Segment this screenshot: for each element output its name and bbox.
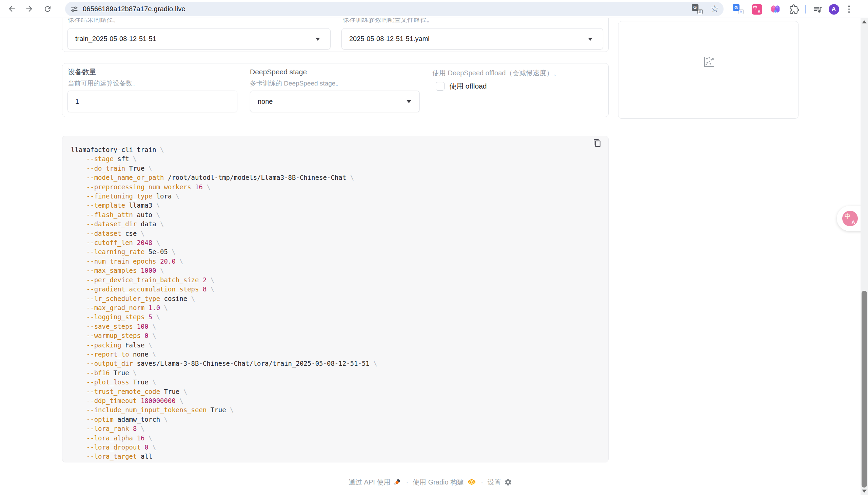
copy-icon[interactable] bbox=[593, 139, 602, 147]
scatter-chart-icon bbox=[701, 54, 717, 70]
brain-extension-icon[interactable] bbox=[769, 3, 782, 16]
code-line: --per_device_train_batch_size 2 \ bbox=[71, 275, 377, 285]
device-count-label: 设备数量 bbox=[68, 67, 96, 77]
code-line: --flash_attn auto \ bbox=[71, 210, 377, 220]
code-line: --logging_steps 5 \ bbox=[71, 312, 377, 322]
code-line: --dataset cse \ bbox=[71, 229, 377, 238]
built-with-gradio-link[interactable]: 使用 Gradio 构建 bbox=[413, 478, 476, 487]
code-line: --lr_scheduler_type cosine \ bbox=[71, 294, 377, 303]
device-count-info: 当前可用的运算设备数。 bbox=[68, 79, 139, 88]
device-count-input[interactable]: 1 bbox=[68, 90, 237, 112]
code-line: --report_to none \ bbox=[71, 350, 377, 359]
gear-icon bbox=[504, 478, 512, 486]
code-line: --model_name_or_path /root/autodl-tmp/mo… bbox=[71, 173, 377, 182]
translate-extension-icon[interactable]: 文 G bbox=[732, 3, 745, 16]
deepspeed-stage-value: none bbox=[258, 98, 273, 105]
gradio-logo-icon bbox=[467, 478, 476, 486]
deepspeed-stage-info: 多卡训练的 DeepSpeed stage。 bbox=[250, 79, 342, 88]
code-line: --bf16 True \ bbox=[71, 369, 377, 378]
code-line: --lora_alpha 16 \ bbox=[71, 433, 377, 443]
code-line: --finetuning_type lora \ bbox=[71, 192, 377, 201]
reload-button[interactable] bbox=[41, 3, 54, 15]
reload-icon bbox=[43, 5, 52, 13]
code-line: --dataset_dir data \ bbox=[71, 220, 377, 229]
code-line: --lora_dropout 0 \ bbox=[71, 443, 377, 452]
settings-link[interactable]: 设置 bbox=[488, 478, 512, 487]
chevron-down-icon[interactable] bbox=[588, 38, 593, 41]
browser-menu-icon[interactable] bbox=[844, 3, 854, 16]
scroll-up-arrow[interactable] bbox=[862, 20, 867, 23]
code-line: --include_num_input_tokens_seen True \ bbox=[71, 406, 377, 414]
scroll-down-arrow[interactable] bbox=[862, 490, 867, 493]
chevron-down-icon[interactable] bbox=[315, 38, 320, 41]
code-line: --output_dir saves/Llama-3-8B-Chinese-Ch… bbox=[71, 359, 377, 368]
site-info-icon[interactable] bbox=[71, 5, 78, 13]
code-line: --stage sft \ bbox=[71, 154, 377, 164]
code-line: --template llama3 \ bbox=[71, 201, 377, 210]
code-line: --warmup_steps 0 \ bbox=[71, 331, 377, 340]
device-count-value: 1 bbox=[75, 98, 79, 105]
offload-checkbox[interactable] bbox=[436, 82, 444, 90]
forward-icon bbox=[25, 4, 34, 13]
code-line: --gradient_accumulation_steps 8 \ bbox=[71, 285, 377, 294]
playlist-extension-icon[interactable] bbox=[811, 3, 824, 16]
code-line: --optim adamw_torch \ bbox=[71, 415, 377, 424]
deepspeed-stage-dropdown[interactable]: none bbox=[250, 90, 420, 112]
chevron-down-icon[interactable] bbox=[407, 100, 411, 103]
profile-avatar[interactable]: A bbox=[827, 3, 840, 16]
code-line: --cutoff_len 2048 \ bbox=[71, 238, 377, 248]
browser-toolbar: 06566189a12b87a17e.gradio.live G 文 ☆ 文 G… bbox=[0, 0, 868, 18]
config-path-dropdown[interactable]: 2025-05-08-12-51-51.yaml bbox=[341, 28, 603, 50]
code-block[interactable]: llamafactory-cli train \ --stage sft \ -… bbox=[71, 145, 377, 461]
code-line: --plot_loss True \ bbox=[71, 378, 377, 387]
immersive-translate-extension-icon[interactable]: 中 A bbox=[750, 3, 763, 16]
code-line: --do_train True \ bbox=[71, 164, 377, 173]
forward-button[interactable] bbox=[23, 3, 35, 15]
code-line: --max_samples 1000 \ bbox=[71, 266, 377, 275]
offload-label: 使用 DeepSpeed offload（会减慢速度）。 bbox=[432, 69, 560, 78]
deepspeed-stage-label: DeepSpeed stage bbox=[250, 67, 307, 77]
code-line: --save_steps 100 \ bbox=[71, 322, 377, 331]
code-line: --ddp_timeout 180000000 \ bbox=[71, 396, 377, 406]
loss-chart-panel bbox=[618, 21, 798, 119]
bookmark-star-icon[interactable]: ☆ bbox=[711, 4, 719, 14]
scrollbar-thumb[interactable] bbox=[862, 291, 867, 488]
code-line: --trust_remote_code True \ bbox=[71, 387, 377, 396]
save-path-dropdown[interactable]: train_2025-05-08-12-51-51 bbox=[68, 28, 331, 50]
code-line: llamafactory-cli train \ bbox=[71, 145, 377, 154]
extensions-puzzle-icon[interactable] bbox=[787, 3, 800, 16]
back-button[interactable] bbox=[6, 3, 18, 15]
save-path-dropdown-value: train_2025-05-08-12-51-51 bbox=[75, 35, 156, 43]
offload-checkbox-row[interactable]: 使用 offload bbox=[436, 82, 487, 91]
translate-page-icon[interactable]: G 文 bbox=[692, 4, 703, 14]
toolbar-separator bbox=[805, 5, 806, 14]
command-preview-card: llamafactory-cli train \ --stage sft \ -… bbox=[62, 136, 608, 462]
offload-checkbox-label: 使用 offload bbox=[449, 82, 487, 91]
use-via-api-link[interactable]: 通过 API 使用 bbox=[349, 478, 402, 487]
extensions-row: 文 G 中 A A bbox=[732, 3, 854, 16]
code-line: --num_train_epochs 20.0 \ bbox=[71, 257, 377, 266]
code-line: --learning_rate 5e-05 \ bbox=[71, 248, 377, 256]
translate-badge-icon[interactable]: 中 A bbox=[842, 211, 858, 226]
back-icon bbox=[7, 4, 16, 13]
url-bar[interactable]: 06566189a12b87a17e.gradio.live G 文 ☆ bbox=[65, 2, 724, 16]
code-line: --packing False \ bbox=[71, 341, 377, 350]
footer: 通过 API 使用 · 使用 Gradio 构建 · 设置 bbox=[62, 476, 798, 489]
plug-icon bbox=[393, 478, 402, 486]
code-line: --lora_target all bbox=[71, 452, 377, 461]
config-path-dropdown-value: 2025-05-08-12-51-51.yaml bbox=[349, 35, 430, 43]
url-text[interactable]: 06566189a12b87a17e.gradio.live bbox=[83, 5, 185, 13]
footer-separator: · bbox=[481, 478, 483, 486]
code-line: --lora_rank 8 \ bbox=[71, 424, 377, 433]
code-line: --max_grad_norm 1.0 \ bbox=[71, 303, 377, 312]
code-line: --preprocessing_num_workers 16 \ bbox=[71, 183, 377, 192]
footer-separator: · bbox=[406, 478, 408, 486]
